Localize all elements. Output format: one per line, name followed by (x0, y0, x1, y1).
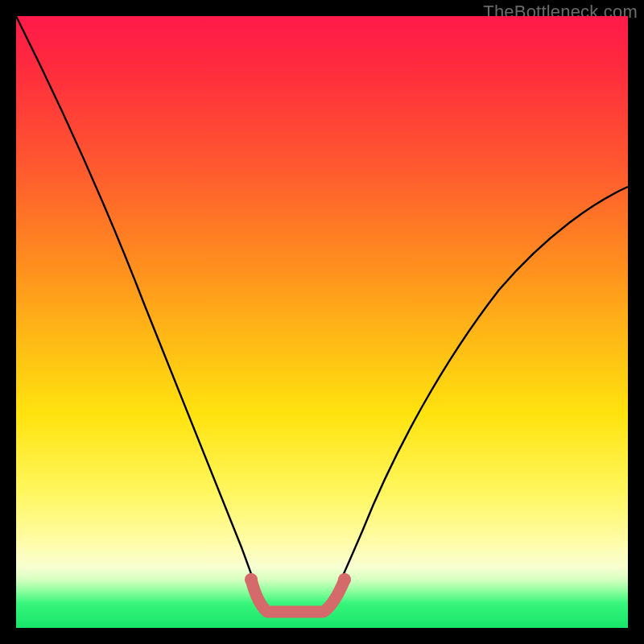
optimal-band-start-dot (245, 573, 258, 586)
bottleneck-curve-path (16, 16, 628, 612)
chart-frame: TheBottleneck.com (0, 0, 644, 644)
optimal-band-path (251, 580, 345, 612)
optimal-band-end-dot (338, 573, 351, 586)
curve-svg (16, 16, 628, 628)
plot-area (16, 16, 628, 628)
